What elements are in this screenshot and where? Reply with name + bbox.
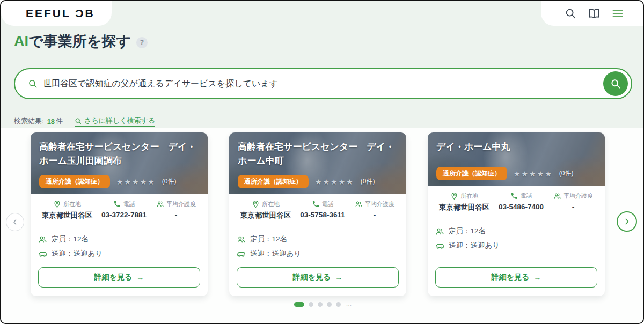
facility-photo: デイ・ホーム中丸 通所介護（認知症） ★★★★★ (0件) bbox=[428, 132, 605, 186]
shuttle-car-icon bbox=[38, 249, 47, 259]
facility-location: 東京都世田谷区 bbox=[439, 203, 490, 212]
phone-icon bbox=[510, 192, 518, 200]
search-submit-button[interactable] bbox=[603, 71, 628, 96]
facility-care-level: - bbox=[572, 203, 575, 211]
details-button[interactable]: 詳細を見る→ bbox=[435, 267, 597, 288]
results-summary: 検索結果: 18 件 さらに詳しく検索する bbox=[14, 116, 155, 127]
arrow-right-icon: → bbox=[335, 273, 342, 282]
service-type-badge: 通所介護（認知症） bbox=[238, 175, 309, 188]
location-pin-icon bbox=[252, 200, 260, 208]
carousel-dot-active[interactable] bbox=[294, 302, 304, 307]
capacity-icon bbox=[38, 235, 47, 244]
page-title-text: で事業所を探す bbox=[28, 33, 131, 49]
facility-name: デイ・ホーム中丸 bbox=[436, 140, 596, 154]
carousel-dot[interactable] bbox=[336, 302, 341, 307]
facility-photo: 高齢者在宅サービスセンター デイ・ホーム玉川田園調布 通所介護（認知症） ★★★… bbox=[31, 132, 208, 194]
shuttle-car-icon bbox=[237, 249, 246, 259]
capacity-row: 定員：12名 bbox=[38, 234, 200, 244]
phone-icon bbox=[113, 200, 121, 208]
facility-card[interactable]: デイ・ホーム中丸 通所介護（認知症） ★★★★★ (0件) 所在地 東京都世田谷… bbox=[428, 132, 605, 296]
star-rating: ★★★★★ bbox=[116, 178, 156, 186]
results-count: 18 bbox=[47, 117, 55, 126]
carousel-prev-button[interactable] bbox=[6, 213, 24, 231]
phone-icon bbox=[312, 200, 320, 208]
refine-search-icon bbox=[75, 117, 82, 124]
search-icon[interactable] bbox=[565, 8, 576, 19]
ai-search-bar bbox=[14, 68, 632, 99]
menu-icon[interactable] bbox=[612, 8, 624, 19]
capacity-row: 定員：12名 bbox=[435, 226, 597, 236]
shuttle-row: 送迎：送迎あり bbox=[435, 241, 597, 251]
details-button[interactable]: 詳細を見る→ bbox=[38, 267, 200, 288]
shuttle-row: 送迎：送迎あり bbox=[237, 249, 399, 259]
results-label: 検索結果: bbox=[14, 116, 44, 126]
facility-info-grid: 所在地 東京都世田谷区 電話 03-3722-7881 平均介護度 - bbox=[38, 200, 200, 227]
facility-care-level: - bbox=[175, 211, 178, 219]
chevron-right-icon bbox=[623, 217, 631, 226]
arrow-right-icon: → bbox=[136, 273, 144, 282]
location-pin-icon bbox=[450, 192, 458, 200]
facility-name: 高齢者在宅サービスセンター デイ・ホーム玉川田園調布 bbox=[39, 140, 199, 167]
facility-photo: 高齢者在宅サービスセンター デイ・ホーム中町 通所介護（認知症） ★★★★★ (… bbox=[229, 132, 406, 194]
people-icon bbox=[156, 200, 164, 208]
page: EEFUL ƆB AIで事業所を探す ? 検索結果: 18 件 さらに詳 bbox=[0, 0, 644, 324]
capacity-icon bbox=[435, 227, 444, 236]
review-count: (0件) bbox=[559, 169, 574, 178]
page-title-accent: AI bbox=[14, 33, 28, 49]
review-count: (0件) bbox=[162, 177, 177, 186]
carousel-dots-ellipsis: ... bbox=[346, 301, 352, 307]
facility-location: 東京都世田谷区 bbox=[240, 211, 291, 220]
page-title: AIで事業所を探す ? bbox=[14, 32, 148, 51]
ai-search-input[interactable] bbox=[43, 79, 603, 89]
carousel-dot[interactable] bbox=[309, 302, 313, 307]
shuttle-car-icon bbox=[435, 241, 444, 251]
capacity-icon bbox=[237, 235, 246, 244]
facility-name: 高齢者在宅サービスセンター デイ・ホーム中町 bbox=[238, 140, 398, 167]
header-actions bbox=[541, 1, 643, 26]
carousel-next-button[interactable] bbox=[617, 211, 637, 232]
facility-card[interactable]: 高齢者在宅サービスセンター デイ・ホーム玉川田園調布 通所介護（認知症） ★★★… bbox=[31, 132, 208, 296]
facility-phone: 03-3722-7881 bbox=[101, 211, 147, 219]
header-logo-container: EEFUL ƆB bbox=[1, 1, 112, 26]
facility-location: 東京都世田谷区 bbox=[42, 211, 93, 220]
capacity-row: 定員：12名 bbox=[237, 234, 399, 244]
facility-info-grid: 所在地 東京都世田谷区 電話 03-5486-7400 平均介護度 - bbox=[435, 192, 597, 219]
facility-phone: 03-5486-7400 bbox=[499, 203, 544, 211]
people-icon bbox=[355, 200, 363, 208]
search-input-icon bbox=[28, 79, 38, 89]
facility-phone: 03-5758-3611 bbox=[300, 211, 345, 219]
review-count: (0件) bbox=[361, 177, 375, 186]
arrow-right-icon: → bbox=[533, 273, 541, 282]
facility-care-level: - bbox=[374, 211, 376, 219]
chevron-left-icon bbox=[11, 218, 19, 226]
details-button[interactable]: 詳細を見る→ bbox=[237, 267, 399, 288]
service-type-badge: 通所介護（認知症） bbox=[436, 167, 507, 180]
service-type-badge: 通所介護（認知症） bbox=[39, 175, 110, 188]
refine-search-link[interactable]: さらに詳しく検索する bbox=[75, 116, 155, 127]
shuttle-row: 送迎：送迎あり bbox=[38, 249, 200, 259]
results-unit: 件 bbox=[56, 116, 63, 126]
carousel-dot[interactable] bbox=[318, 302, 323, 307]
people-icon bbox=[553, 192, 561, 200]
facility-card[interactable]: 高齢者在宅サービスセンター デイ・ホーム中町 通所介護（認知症） ★★★★★ (… bbox=[229, 132, 406, 296]
facility-info-grid: 所在地 東京都世田谷区 電話 03-5758-3611 平均介護度 - bbox=[237, 200, 399, 227]
location-pin-icon bbox=[53, 200, 61, 208]
help-icon[interactable]: ? bbox=[136, 37, 148, 48]
app-logo[interactable]: EEFUL ƆB bbox=[26, 7, 95, 20]
carousel-pagination: ... bbox=[1, 301, 644, 307]
star-rating: ★★★★★ bbox=[514, 170, 553, 178]
book-icon[interactable] bbox=[588, 8, 600, 19]
carousel-dot[interactable] bbox=[327, 302, 332, 307]
star-rating: ★★★★★ bbox=[315, 178, 354, 186]
